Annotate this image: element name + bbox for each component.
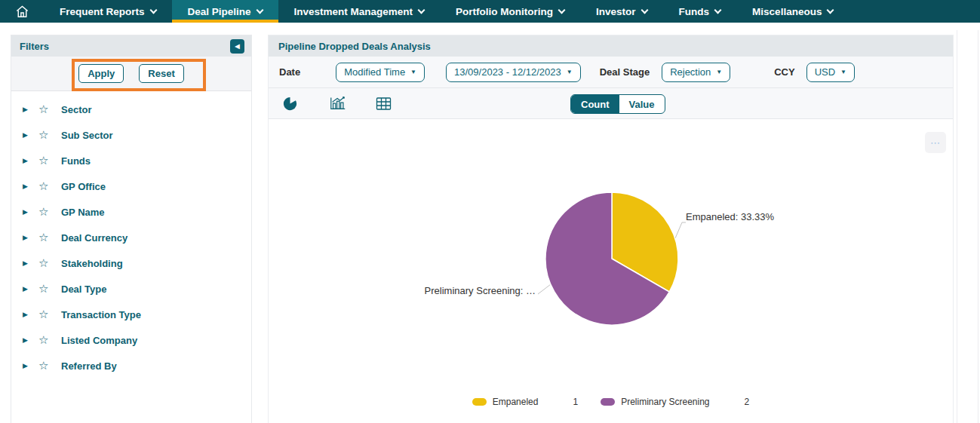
expand-arrow-icon[interactable]: ▶ bbox=[23, 311, 38, 318]
filter-label: Funds bbox=[61, 155, 91, 167]
date-range-dropdown[interactable]: 13/09/2023 - 12/12/2023 ▼ bbox=[446, 63, 581, 82]
top-navigation: Frequent Reports Deal Pipeline Investmen… bbox=[0, 0, 980, 23]
star-icon[interactable]: ☆ bbox=[38, 231, 61, 244]
star-icon[interactable]: ☆ bbox=[38, 308, 61, 321]
nav-item-deal-pipeline[interactable]: Deal Pipeline bbox=[172, 0, 278, 23]
caret-down-icon: ▼ bbox=[840, 69, 846, 75]
legend-count: 2 bbox=[745, 397, 750, 407]
expand-arrow-icon[interactable]: ▶ bbox=[23, 106, 38, 113]
nav-item-portfolio-monitoring[interactable]: Portfolio Monitoring bbox=[440, 0, 580, 23]
nav-item-investor[interactable]: Investor bbox=[580, 0, 663, 23]
filter-label: GP Office bbox=[61, 181, 106, 192]
chevron-down-icon bbox=[256, 7, 263, 14]
legend-label: Preliminary Screening bbox=[621, 397, 709, 407]
filter-item-transaction-type[interactable]: ▶ ☆ Transaction Type bbox=[11, 302, 251, 327]
nav-item-frequent-reports[interactable]: Frequent Reports bbox=[44, 0, 172, 23]
expand-arrow-icon[interactable]: ▶ bbox=[23, 234, 38, 241]
star-icon[interactable]: ☆ bbox=[38, 359, 61, 372]
home-button[interactable] bbox=[0, 0, 44, 23]
reset-button[interactable]: Reset bbox=[139, 64, 183, 83]
nav-label: Investor bbox=[596, 6, 636, 17]
chevron-down-icon bbox=[641, 7, 648, 14]
expand-arrow-icon[interactable]: ▶ bbox=[23, 285, 38, 293]
legend-count: 1 bbox=[573, 397, 578, 407]
filter-label: GP Name bbox=[61, 207, 105, 218]
star-icon[interactable]: ☆ bbox=[38, 103, 61, 116]
legend-item-preliminary-screening[interactable]: Preliminary Screening 2 bbox=[601, 397, 749, 407]
legend-label: Empaneled bbox=[493, 397, 539, 407]
filter-item-referred-by[interactable]: ▶ ☆ Referred By bbox=[11, 353, 251, 379]
ellipsis-icon: ⋯ bbox=[930, 137, 941, 149]
chevron-down-icon bbox=[149, 7, 157, 14]
chart-menu-button[interactable]: ⋯ bbox=[925, 132, 946, 153]
expand-arrow-icon[interactable]: ▶ bbox=[23, 259, 38, 267]
ccy-dropdown[interactable]: USD ▼ bbox=[806, 63, 855, 82]
nav-label: Portfolio Monitoring bbox=[456, 6, 553, 17]
expand-arrow-icon[interactable]: ▶ bbox=[23, 208, 38, 216]
home-icon bbox=[14, 4, 30, 20]
legend-swatch-empaneled bbox=[472, 398, 487, 406]
filter-item-deal-currency[interactable]: ▶ ☆ Deal Currency bbox=[11, 225, 251, 250]
expand-arrow-icon[interactable]: ▶ bbox=[23, 336, 38, 344]
legend-item-empaneled[interactable]: Empaneled 1 bbox=[472, 397, 578, 407]
star-icon[interactable]: ☆ bbox=[38, 282, 61, 296]
pie-chart-svg bbox=[423, 174, 800, 348]
chevron-down-icon bbox=[827, 7, 834, 14]
filter-label: Sector bbox=[61, 104, 91, 115]
caret-down-icon: ▼ bbox=[567, 69, 573, 75]
report-header: Pipeline Dropped Deals Analysis bbox=[269, 35, 953, 57]
star-icon[interactable]: ☆ bbox=[38, 256, 61, 270]
table-view-button[interactable] bbox=[376, 97, 394, 111]
toggle-count-button[interactable]: Count bbox=[571, 95, 619, 113]
filter-item-listed-company[interactable]: ▶ ☆ Listed Company bbox=[11, 327, 251, 353]
collapse-panel-button[interactable]: ◀ bbox=[230, 39, 244, 54]
slice-label-empaneled: Empaneled: 33.33% bbox=[686, 211, 774, 222]
star-icon[interactable]: ☆ bbox=[38, 333, 61, 347]
chart-area: ⋯ Empaneled: 33.33% Preliminary Screenin… bbox=[269, 119, 953, 423]
filter-label: Stakeholding bbox=[61, 258, 123, 269]
apply-button[interactable]: Apply bbox=[78, 64, 124, 83]
star-icon[interactable]: ☆ bbox=[38, 154, 61, 167]
nav-item-investment-management[interactable]: Investment Management bbox=[278, 0, 441, 23]
chevron-down-icon bbox=[418, 7, 425, 14]
deal-stage-value: Rejection bbox=[670, 66, 711, 78]
pie-chart-view-button[interactable] bbox=[282, 96, 300, 112]
filter-item-gp-office[interactable]: ▶ ☆ GP Office bbox=[11, 173, 251, 199]
filter-item-stakeholding[interactable]: ▶ ☆ Stakeholding bbox=[11, 250, 251, 276]
bar-chart-view-button[interactable] bbox=[329, 95, 347, 112]
date-range-value: 13/09/2023 - 12/12/2023 bbox=[454, 66, 561, 78]
report-title: Pipeline Dropped Deals Analysis bbox=[278, 41, 431, 52]
expand-arrow-icon[interactable]: ▶ bbox=[23, 157, 38, 164]
report-controls-row: Date Modified Time ▼ 13/09/2023 - 12/12/… bbox=[269, 57, 953, 88]
star-icon[interactable]: ☆ bbox=[38, 205, 61, 219]
nav-label: Deal Pipeline bbox=[188, 6, 251, 17]
filter-item-sub-sector[interactable]: ▶ ☆ Sub Sector bbox=[11, 122, 251, 148]
main-panel: Pipeline Dropped Deals Analysis Date Mod… bbox=[268, 35, 954, 423]
bar-chart-icon bbox=[329, 95, 347, 112]
filter-item-funds[interactable]: ▶ ☆ Funds bbox=[11, 148, 251, 173]
filter-label: Deal Type bbox=[61, 284, 106, 295]
table-icon bbox=[376, 97, 392, 111]
date-type-dropdown[interactable]: Modified Time ▼ bbox=[336, 63, 425, 82]
nav-item-miscellaneous[interactable]: Miscellaneous bbox=[736, 0, 849, 23]
filter-label: Sub Sector bbox=[61, 130, 113, 141]
filter-label: Referred By bbox=[61, 360, 117, 372]
star-icon[interactable]: ☆ bbox=[38, 179, 61, 193]
deal-stage-dropdown[interactable]: Rejection ▼ bbox=[662, 63, 730, 82]
filter-item-sector[interactable]: ▶ ☆ Sector bbox=[11, 97, 251, 122]
nav-label: Miscellaneous bbox=[752, 6, 822, 17]
deal-stage-label: Deal Stage bbox=[600, 66, 650, 78]
pie-chart-icon bbox=[282, 96, 298, 112]
leader-line-preliminary-screening bbox=[538, 284, 551, 294]
right-rail bbox=[957, 30, 978, 423]
star-icon[interactable]: ☆ bbox=[38, 128, 61, 142]
filter-label: Listed Company bbox=[61, 335, 137, 346]
nav-item-funds[interactable]: Funds bbox=[663, 0, 737, 23]
toggle-value-button[interactable]: Value bbox=[619, 95, 665, 113]
expand-arrow-icon[interactable]: ▶ bbox=[23, 182, 38, 190]
filter-item-deal-type[interactable]: ▶ ☆ Deal Type bbox=[11, 276, 251, 302]
expand-arrow-icon[interactable]: ▶ bbox=[23, 131, 38, 139]
expand-arrow-icon[interactable]: ▶ bbox=[23, 362, 38, 369]
ccy-label: CCY bbox=[774, 66, 794, 78]
filter-item-gp-name[interactable]: ▶ ☆ GP Name bbox=[11, 199, 251, 225]
